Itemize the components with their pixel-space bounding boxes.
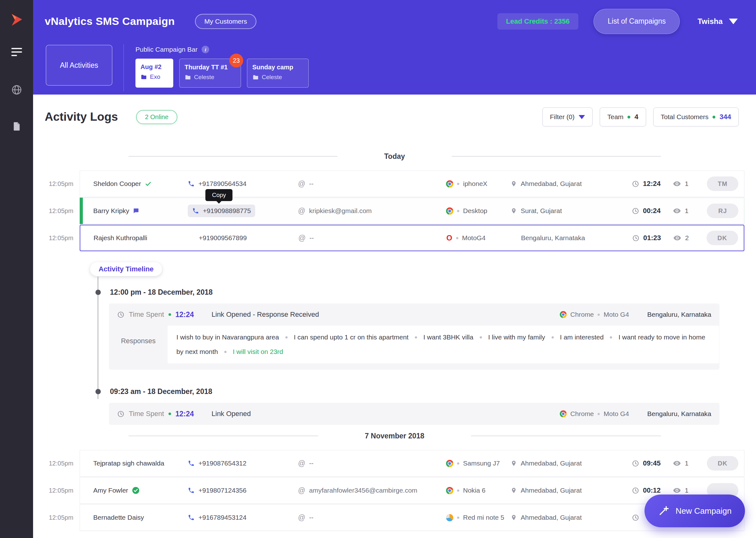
phone-number[interactable]: +919807124356 <box>199 487 246 494</box>
email-icon: @ <box>298 180 305 188</box>
new-campaign-button[interactable]: New Campaign <box>644 495 745 527</box>
response-item: I wish to buy in Navarangpura area <box>176 334 279 341</box>
phone-number[interactable]: +917890564534 <box>199 180 246 188</box>
email-icon: @ <box>298 207 305 215</box>
globe-icon[interactable] <box>11 84 23 95</box>
green-dot-icon <box>628 116 630 119</box>
menu-icon[interactable] <box>11 48 22 58</box>
clock-icon <box>632 460 639 467</box>
activity-row-amy[interactable]: 12:05pm Amy Fowler +919807124356 @amyfar… <box>33 477 756 504</box>
time-spent-value: 09:45 <box>643 459 661 467</box>
document-icon[interactable] <box>12 121 22 132</box>
phone-icon <box>188 487 195 494</box>
activity-row-rajesh[interactable]: 12:05pm Rajesh Kuthropalli +919009567899… <box>33 225 756 251</box>
time-spent-value: 00:24 <box>643 207 661 215</box>
phone-number[interactable]: +919009567899 <box>199 234 247 242</box>
clock-icon <box>632 235 639 242</box>
device-name: Samsung J7 <box>463 459 500 467</box>
location-pin-icon <box>511 514 517 521</box>
divider-label: 7 November 2018 <box>365 432 424 440</box>
time-spent-value: 00:12 <box>643 486 661 495</box>
all-activities-button[interactable]: All Activities <box>46 45 113 86</box>
chat-icon <box>133 208 139 214</box>
verified-check-icon <box>132 487 140 494</box>
timeline-entry: 09:23 am - 18 December, 2018 Time Spent … <box>90 387 720 425</box>
activity-row-tejpratap[interactable]: 12:05pm Tejpratap sigh chawalda +9190876… <box>33 450 756 476</box>
divider-label: Today <box>384 152 405 161</box>
campaign-folder: Celeste <box>262 74 282 81</box>
email-icon: @ <box>298 513 305 522</box>
email-icon: @ <box>298 486 305 495</box>
phone-number[interactable]: +919087654312 <box>199 459 246 467</box>
copy-tooltip[interactable]: Copy <box>205 189 232 201</box>
browser-name: Chrome <box>570 311 594 318</box>
campaign-card-thurday[interactable]: 23 Thurday TT #1 Celeste <box>179 59 241 87</box>
phone-icon <box>192 207 199 214</box>
app-logo-icon[interactable] <box>10 13 24 28</box>
phone-icon <box>188 514 195 521</box>
event-label: Link Opened - Response Received <box>212 310 319 319</box>
device-name: MotoG4 <box>462 234 486 242</box>
time-spent-label: Time Spent <box>129 410 164 418</box>
customer-name: Bernadette Daisy <box>93 514 144 521</box>
row-time: 12:05pm <box>33 460 80 467</box>
campaign-card-aug2[interactable]: Aug #2 Exo <box>135 59 173 87</box>
row-time: 12:05pm <box>33 180 80 188</box>
main-area: vNalytics SMS Campaign My Customers Lead… <box>33 0 756 538</box>
my-customers-button[interactable]: My Customers <box>195 14 257 29</box>
campaign-card-sunday[interactable]: Sunday camp Celeste <box>247 59 309 87</box>
response-item-highlight: I will visit on 23rd <box>233 348 283 355</box>
views-count: 1 <box>685 459 688 467</box>
total-customers-button[interactable]: Total Customers 344 <box>653 107 739 127</box>
activity-row-barry[interactable]: 12:05pm Copy Barry Kripky +919098898775 … <box>33 198 756 224</box>
team-member-badge: RJ <box>707 204 738 218</box>
date-divider-november: 7 November 2018 <box>128 431 661 441</box>
phone-number[interactable]: +919098898775 <box>203 207 251 215</box>
notification-badge: 23 <box>229 54 243 68</box>
location-value: Ahmedabad, Gujarat <box>521 487 582 494</box>
time-spent-value: 12:24 <box>643 180 661 188</box>
customer-name: Sheldon Cooper <box>93 180 141 188</box>
phone-highlight[interactable]: +919098898775 <box>188 204 255 217</box>
activity-row-sheldon[interactable]: 12:05pm Sheldon Cooper +917890564534 @--… <box>33 171 756 197</box>
team-member-badge: DK <box>707 231 738 245</box>
info-icon[interactable]: i <box>202 46 209 53</box>
row-time: 12:05pm <box>33 514 80 521</box>
location-value: Surat, Gujarat <box>521 207 562 215</box>
section-title: Activity Logs <box>45 110 118 124</box>
email-icon: @ <box>298 459 305 468</box>
device-name: Red mi note 5 <box>463 514 504 521</box>
timeline-dot <box>95 290 101 295</box>
team-count: 4 <box>635 113 638 121</box>
customer-name: Rajesh Kuthropalli <box>94 234 147 242</box>
online-badge: 2 Online <box>136 110 177 124</box>
customer-name: Tejpratap sigh chawalda <box>93 459 164 467</box>
date-divider-today: Today <box>128 152 661 161</box>
team-member-badge: TM <box>707 177 738 191</box>
folder-icon <box>140 74 147 81</box>
uc-browser-icon <box>446 514 453 521</box>
team-button[interactable]: Team 4 <box>600 107 646 127</box>
clock-icon <box>632 487 639 494</box>
email-icon: @ <box>298 234 306 242</box>
filter-button[interactable]: Filter (0) <box>543 107 592 127</box>
chrome-icon <box>446 460 453 467</box>
chrome-icon <box>560 410 567 417</box>
email-value: amyfarahfowler3456@cambirge.com <box>309 487 417 494</box>
green-dot-icon <box>168 313 171 316</box>
folder-icon <box>252 74 259 81</box>
responses-label: Responses <box>109 326 167 363</box>
clock-icon <box>632 207 639 215</box>
response-item: I live with my family <box>488 334 545 341</box>
phone-number[interactable]: +916789453124 <box>199 514 246 521</box>
email-value: -- <box>309 514 313 521</box>
total-customers-count: 344 <box>720 113 731 121</box>
list-of-campaigns-button[interactable]: List of Campaigns <box>593 9 680 34</box>
user-menu[interactable]: Twisha <box>697 17 738 26</box>
activity-toolbar: Activity Logs 2 Online Filter (0) Team 4… <box>33 107 756 127</box>
lead-credits-badge: Lead Credits : 2356 <box>497 13 579 29</box>
location-value: Ahmedabad, Gujarat <box>521 459 582 467</box>
campaign-bar-label: Public Campaign Bar <box>135 46 198 53</box>
location-value: Ahmedabad, Gujarat <box>521 514 582 521</box>
views-count: 1 <box>685 487 688 494</box>
